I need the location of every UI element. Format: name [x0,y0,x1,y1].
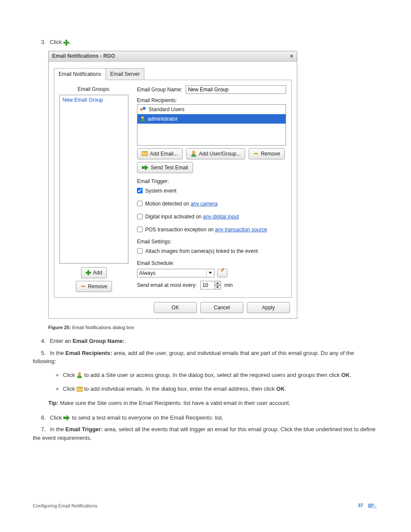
email-group-item[interactable]: New Email Group [60,95,128,105]
trigger-pos[interactable]: POS transaction exception on any transac… [137,226,286,233]
pencil-icon [220,270,225,276]
recipients-label: Email Recipients: [137,96,286,104]
tab-email-notifications[interactable]: Email Notifications [54,68,106,80]
remove-recipient-button[interactable]: Remove [249,148,285,159]
page-number: 37 [358,503,363,508]
remove-group-button[interactable]: Remove [76,281,112,292]
send-every-label: Send email at most every: [137,281,197,289]
page-footer: Configuring Email Notifications 37 [33,503,378,509]
figure-caption: Figure 25: Email Notifications dialog bo… [48,324,378,331]
any-camera-link[interactable]: any camera [190,201,218,207]
recipient-item-standard-users[interactable]: Standard Users [137,105,286,114]
ok-button[interactable]: OK [154,302,197,313]
send-test-email-button[interactable]: Send Test Email [137,162,193,173]
apply-button[interactable]: Apply [247,302,290,313]
email-groups-list[interactable]: New Email Group [59,95,128,264]
minus-icon [253,151,258,156]
dialog-title: Email Notifications - RGO [52,52,115,60]
page-decoration-icon [368,503,378,509]
arrow-icon [63,415,70,421]
edit-schedule-button[interactable] [217,269,227,277]
step-5: 5. In the Email Recipients: area, add al… [33,349,378,408]
schedule-select[interactable]: Always [137,269,215,277]
cancel-button[interactable]: Cancel [200,302,243,313]
any-digital-input-link[interactable]: any digital input [203,214,239,220]
trigger-motion[interactable]: Motion detected on any camera [137,200,286,208]
step-3-text-a: Click [50,39,62,45]
add-email-button[interactable]: Add Email... [137,148,183,159]
plus-icon [63,40,69,46]
email-trigger-label: Email Trigger: [137,177,286,185]
arrow-icon [142,165,149,171]
trigger-system-event[interactable]: System event [137,187,286,195]
step-7: 7. In the Email Trigger: area, select al… [33,425,378,442]
envelope-icon [142,151,148,156]
attach-images-checkbox[interactable]: Attach images from camera(s) linked to t… [137,247,286,255]
plus-icon [86,270,91,275]
close-icon[interactable]: × [290,52,293,61]
user-icon [140,116,145,121]
send-every-input[interactable] [200,281,215,289]
step-5-tip: Tip: Make sure the Site users in the Ema… [48,399,378,408]
any-transaction-source-link[interactable]: any transaction source [215,227,267,233]
spinner-up[interactable] [215,281,221,285]
step-5-bullet-2: Click to add individual emails. In the d… [63,385,378,394]
envelope-icon [77,387,83,392]
step-4: 4. Enter an Email Group Name:. [33,337,378,345]
dialog-tabs: Email Notifications Email Server [54,68,292,80]
chevron-down-icon [206,270,213,277]
spinner-down[interactable] [215,285,221,289]
step-3: 3. Click . Email Notifications - RGO × E… [33,38,378,331]
add-user-group-button[interactable]: Add User/Group... [186,148,246,159]
email-groups-label: Email Groups: [59,85,128,93]
step-6: 6. Click to send a test email to everyon… [33,414,378,422]
dialog-titlebar: Email Notifications - RGO × [49,51,297,62]
step-3-text-b: . [69,39,71,45]
step-5-bullet-1: Click to add a Site user or access group… [63,371,378,380]
recipients-list[interactable]: Standard Users administrator [137,104,286,146]
trigger-digital-input[interactable]: Digital input activated on any digital i… [137,213,286,221]
dialog-figure: Email Notifications - RGO × Email Notifi… [48,51,378,319]
user-icon [77,372,83,378]
send-every-unit: min [224,281,233,289]
minus-icon [81,284,86,289]
footer-section: Configuring Email Notifications [33,503,97,508]
group-name-input[interactable] [186,85,286,94]
group-name-label: Email Group Name: [137,86,182,93]
user-icon [191,151,197,157]
recipient-item-administrator[interactable]: administrator [137,114,286,124]
send-every-spinner[interactable] [200,281,221,289]
add-group-button[interactable]: Add [81,267,107,278]
group-icon [140,107,146,112]
email-schedule-label: Email Schedule: [137,259,286,267]
email-settings-label: Email Settings: [137,238,286,246]
email-notifications-dialog: Email Notifications - RGO × Email Notifi… [48,51,297,319]
tab-email-server[interactable]: Email Server [106,68,145,80]
